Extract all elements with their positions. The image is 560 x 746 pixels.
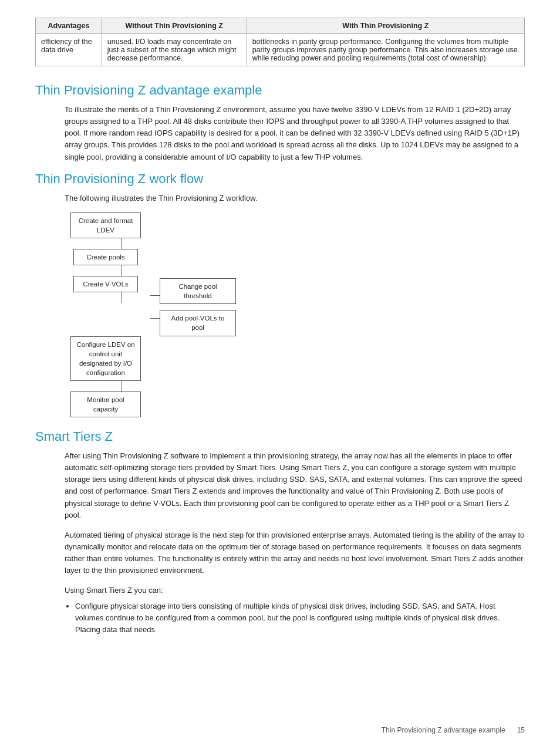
table-header-without: Without Thin Provisioning Z	[102, 18, 247, 34]
section3-para3: Using Smart Tiers Z you can:	[65, 585, 525, 596]
flow-box-right2: Add pool-VOLs to pool	[160, 310, 236, 336]
section1-heading: Thin Provisioning Z advantage example	[35, 83, 525, 98]
section1-body: To illustrate the merits of a Thin Provi…	[65, 104, 525, 163]
section2-heading: Thin Provisioning Z work flow	[35, 171, 525, 187]
section2-intro: The following illustrates the Thin Provi…	[65, 193, 525, 204]
flow-box-right1: Change pool threshold	[160, 278, 236, 304]
table-cell-with: bottlenecks in parity group performance.…	[247, 34, 524, 66]
page-footer: Thin Provisioning Z advantage example 15	[382, 726, 525, 734]
bullet-item-1: Configure physical storage into tiers co…	[75, 600, 525, 636]
section3-heading: Smart Tiers Z	[35, 429, 525, 444]
flow-box-4: Configure LDEV on control unit designate…	[70, 336, 141, 381]
table-row: efficiency of the data drive unused. I/O…	[36, 34, 525, 66]
table-cell-advantages: efficiency of the data drive	[36, 34, 102, 66]
section3-bullets: Configure physical storage into tiers co…	[75, 600, 525, 636]
flow-box-5: Monitor pool capacity	[70, 391, 141, 417]
table-header-with: With Thin Provisioning Z	[247, 18, 524, 34]
section3-para2: Automated tiering of physical storage is…	[65, 529, 525, 577]
table-cell-without: unused. I/O loads may concentrate on jus…	[102, 34, 247, 66]
flow-box-1: Create and format LDEV	[70, 212, 141, 238]
flowchart: Create and format LDEV Create pools Crea…	[65, 212, 525, 417]
footer-page-number: 15	[517, 726, 525, 734]
flow-box-3: Create V-VOLs	[73, 276, 138, 292]
footer-section-label: Thin Provisioning Z advantage example	[382, 726, 505, 734]
flow-box-2: Create pools	[73, 249, 138, 265]
advantages-table: Advantages Without Thin Provisioning Z W…	[35, 18, 525, 66]
section3-para1: After using Thin Provisioning Z software…	[65, 450, 525, 521]
table-header-advantages: Advantages	[36, 18, 102, 34]
